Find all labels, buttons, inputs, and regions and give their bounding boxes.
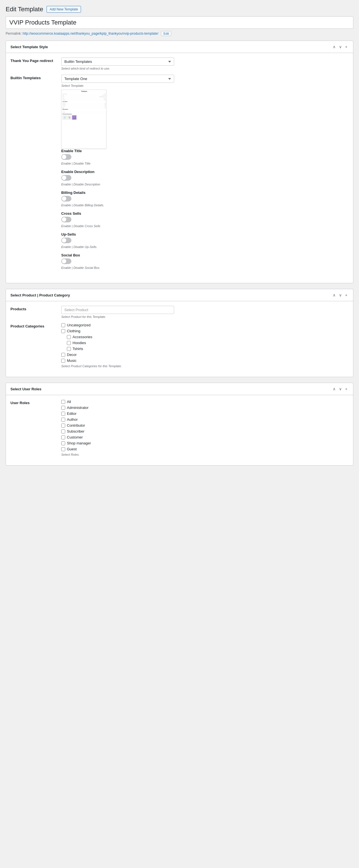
role-label-8: Guest [67, 447, 77, 451]
role-label-2: Editor [67, 411, 77, 416]
category-checkbox-6[interactable] [61, 359, 65, 363]
role-item-4: Contributor [61, 423, 349, 428]
category-checkbox-5[interactable] [61, 353, 65, 357]
role-item-8: Guest [61, 447, 349, 451]
template-title-input[interactable] [6, 17, 353, 29]
builtin-templates-field: Template One Template Two Template Three… [61, 75, 349, 274]
toggle-wrap-2: Billing DetailsEnable | Disable Billing … [61, 190, 349, 207]
category-label-4: Tshirts [73, 347, 83, 351]
product-hint: Select Product for this Template. [61, 315, 349, 318]
product-panel-toggle-button[interactable]: + [344, 292, 349, 298]
permalink-label: Permalink: [6, 32, 22, 35]
product-categories-field: UncategorizedClothingAccessoriesHoodiesT… [61, 323, 349, 368]
role-checkbox-5[interactable] [61, 430, 65, 433]
category-checkbox-1[interactable] [61, 329, 65, 333]
roles-panel-down-button[interactable]: ∨ [338, 386, 343, 392]
add-new-template-button[interactable]: Add New Template [47, 6, 81, 13]
toggle-hint-5: Enable | Disable Social Box. [61, 266, 349, 270]
select-product-panel: Select Product | Product Category ∧ ∨ + … [6, 289, 353, 377]
role-label-1: Administrator [67, 406, 89, 410]
toggle-switch-0[interactable] [61, 154, 72, 160]
role-checkbox-7[interactable] [61, 441, 65, 445]
roles-container: AllAdministratorEditorAuthorContributorS… [61, 400, 349, 451]
builtin-templates-label: Builtin Templates [10, 75, 61, 80]
category-label-2: Accessories [73, 335, 92, 339]
panel-collapse-up-button[interactable]: ∧ [332, 44, 337, 49]
products-label: Products [10, 306, 61, 311]
roles-hint: Select Roles. [61, 453, 349, 456]
permalink-row: Permalink: http://woocommerce.koalaapps.… [6, 31, 353, 36]
role-label-4: Contributor [67, 423, 85, 428]
category-item-6: Music [61, 359, 349, 363]
preview-product-1: 👕 [62, 115, 66, 120]
panel-toggle-button[interactable]: + [344, 44, 349, 49]
category-checkbox-2[interactable] [67, 335, 71, 339]
role-checkbox-6[interactable] [61, 435, 65, 439]
category-checkbox-4[interactable] [67, 347, 71, 351]
product-panel-down-button[interactable]: ∨ [338, 292, 343, 298]
redirect-hint: Select which kind of redirect to use. [61, 67, 349, 70]
template-hint: Select Template. [61, 84, 349, 87]
category-checkbox-3[interactable] [67, 341, 71, 345]
role-label-6: Customer [67, 435, 83, 439]
toggle-wrap-5: Social BoxEnable | Disable Social Box. [61, 253, 349, 270]
product-panel-up-button[interactable]: ∧ [332, 292, 337, 298]
product-categories-form-row: Product Categories UncategorizedClothing… [10, 323, 349, 368]
builtin-templates-form-row: Builtin Templates Template One Template … [10, 75, 349, 274]
category-item-5: Decor [61, 352, 349, 357]
preview-product-2: 🌯 [67, 115, 72, 120]
toggle-switch-4[interactable] [61, 238, 72, 243]
categories-container: UncategorizedClothingAccessoriesHoodiesT… [61, 323, 349, 363]
redirect-label: Thank You Page redirect [10, 58, 61, 63]
redirect-form-row: Thank You Page redirect Builtin Template… [10, 58, 349, 70]
toggle-switch-1[interactable] [61, 175, 72, 181]
products-field: Select Product for this Template. [61, 306, 349, 318]
redirect-field: Builtin Templates Custom URL Select whic… [61, 58, 349, 70]
select-user-roles-panel: Select User Roles ∧ ∨ + User Roles AllAd… [6, 383, 353, 466]
template-preview: Thankyou Order number#1234 DateJan 1, 20… [61, 90, 106, 149]
permalink-edit-button[interactable]: Edit [161, 31, 171, 36]
role-checkbox-0[interactable] [61, 400, 65, 404]
toggle-wrap-3: Cross SellsEnable | Disable Cross Sells [61, 211, 349, 228]
permalink-url[interactable]: http://woocommerce.koalaapps.net/thankyo… [23, 32, 158, 35]
panel-controls-roles: ∧ ∨ + [332, 386, 349, 392]
category-label-5: Decor [67, 352, 77, 357]
user-roles-label: User Roles [10, 400, 61, 405]
toggle-label-1: Enable Description [61, 169, 349, 174]
toggle-switch-2[interactable] [61, 196, 72, 202]
toggle-label-5: Social Box [61, 253, 349, 257]
category-label-1: Clothing [67, 329, 80, 333]
category-item-0: Uncategorized [61, 323, 349, 327]
toggle-hint-3: Enable | Disable Cross Sells [61, 224, 349, 228]
role-item-0: All [61, 400, 349, 404]
role-checkbox-2[interactable] [61, 412, 65, 416]
toggle-switch-5[interactable] [61, 258, 72, 264]
role-checkbox-1[interactable] [61, 406, 65, 410]
toggle-label-3: Cross Sells [61, 211, 349, 216]
toggle-hint-4: Enable | Disable Up-Sells. [61, 245, 349, 249]
toggle-wrap-0: Enable TitleEnable | Disable Title [61, 149, 349, 165]
role-checkbox-8[interactable] [61, 447, 65, 451]
toggle-wrap-1: Enable DescriptionEnable | Disable Descr… [61, 169, 349, 186]
role-checkbox-4[interactable] [61, 424, 65, 428]
toggle-label-0: Enable Title [61, 149, 349, 153]
categories-hint: Select Product Categories for this Templ… [61, 364, 349, 368]
role-label-5: Subscriber [67, 429, 84, 433]
toggle-switch-3[interactable] [61, 217, 72, 222]
category-item-3: Hoodies [67, 341, 349, 345]
builtin-templates-select[interactable]: Template One Template Two Template Three [61, 75, 174, 83]
panel-collapse-down-button[interactable]: ∨ [338, 44, 343, 49]
roles-panel-toggle-button[interactable]: + [344, 386, 349, 392]
role-checkbox-3[interactable] [61, 417, 65, 422]
roles-panel-up-button[interactable]: ∧ [332, 386, 337, 392]
redirect-select[interactable]: Builtin Templates Custom URL [61, 58, 174, 66]
category-label-0: Uncategorized [67, 323, 91, 327]
toggle-hint-1: Enable | Disable Description [61, 183, 349, 186]
panel-controls: ∧ ∨ + [332, 44, 349, 49]
panel-header-template-style: Select Template Style ∧ ∨ + [6, 41, 353, 53]
role-item-3: Author [61, 417, 349, 422]
product-search-input[interactable] [61, 306, 174, 314]
panel-header-product: Select Product | Product Category ∧ ∨ + [6, 289, 353, 301]
category-checkbox-0[interactable] [61, 323, 65, 327]
role-item-7: Shop manager [61, 441, 349, 445]
